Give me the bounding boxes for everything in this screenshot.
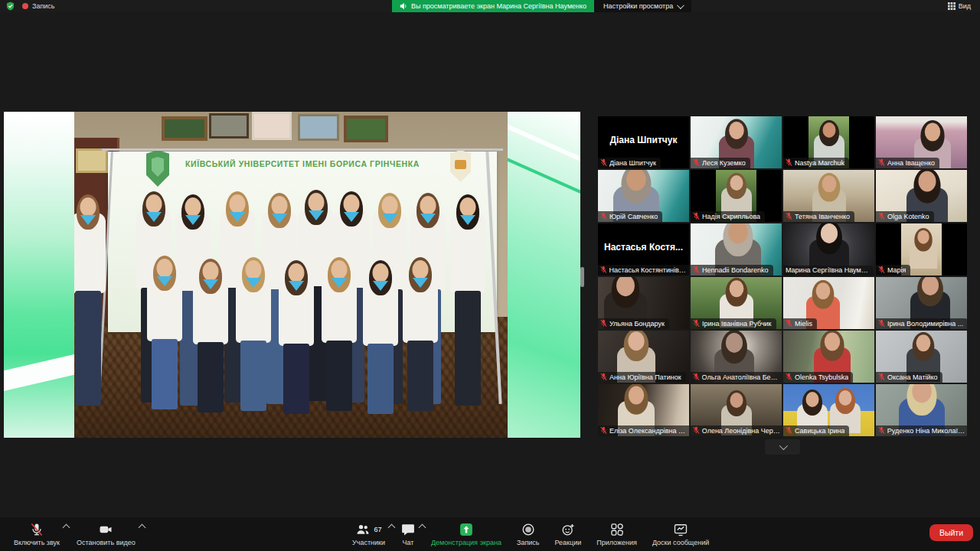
toolbar-item-mic-muted[interactable]: Включить звук: [8, 519, 66, 548]
recording-dot-icon: [22, 3, 28, 9]
toolbar-item-camera[interactable]: Остановить видео: [70, 519, 142, 548]
recording-label: Запись: [32, 2, 55, 10]
participant-tile[interactable]: Леся Куземко: [691, 116, 782, 168]
muted-mic-icon: [600, 212, 607, 220]
participant-tile[interactable]: Руденко Ніна Миколаїв...: [876, 384, 967, 436]
participant-tile[interactable]: Ольга Анатоліївна Бере...: [691, 331, 782, 383]
toolbar-item-participants[interactable]: 67Участники: [346, 519, 391, 548]
leave-button[interactable]: Выйти: [929, 524, 973, 541]
tile-display-name: Діана Шпитчук: [598, 135, 689, 145]
topbar-left: Запись: [6, 0, 55, 12]
toolbar-item-whiteboards[interactable]: Доски сообщений: [646, 519, 715, 548]
muted-mic-icon: [693, 212, 700, 220]
muted-mic-icon: [693, 266, 700, 274]
toolbar-item-label: Доски сообщений: [652, 539, 709, 546]
muted-mic-icon: [693, 158, 700, 167]
participant-tile[interactable]: Марина Сергіївна Наумен...: [783, 223, 874, 276]
tile-name-label: Olenka Tsybulska: [783, 372, 853, 383]
muted-mic-icon: [878, 266, 885, 274]
toolbar-item-chat[interactable]: Чат: [394, 519, 422, 548]
participant-tile[interactable]: Анна Юріївна Патинок: [598, 331, 689, 383]
muted-mic-icon: [878, 212, 885, 220]
participant-tile[interactable]: Марія: [876, 223, 967, 276]
muted-mic-icon: [693, 319, 700, 328]
speaker-icon: [400, 2, 407, 10]
tile-name-label: Марина Сергіївна Наумен...: [783, 266, 873, 276]
participant-tile[interactable]: Анна Іващенко: [876, 116, 967, 168]
muted-mic-icon: [693, 426, 700, 435]
mic-muted-icon: [29, 521, 44, 538]
participant-tile[interactable]: Оксана Матійко: [876, 331, 967, 383]
toolbar-item-reactions[interactable]: Реакции: [549, 519, 588, 548]
toolbar-item-apps[interactable]: Приложения: [590, 519, 643, 548]
muted-mic-icon: [878, 373, 885, 381]
participant-tile[interactable]: Савицька Ірина: [783, 384, 874, 436]
toolbar-item-label: Остановить видео: [77, 539, 136, 546]
tile-name-label: Тетяна Іванченко: [783, 211, 854, 222]
share-screen-icon: [459, 521, 474, 538]
muted-mic-icon: [600, 426, 607, 435]
participant-tile[interactable]: Nastya Marchuk: [783, 116, 874, 168]
toolbar-item-share-screen[interactable]: Демонстрация экрана: [425, 519, 508, 548]
topbar-center: Вы просматриваете экран Марина Сергіївна…: [392, 0, 691, 12]
chat-icon: [400, 521, 416, 538]
participant-tile[interactable]: Тетяна Іванченко: [783, 170, 874, 222]
slide-decoration-right: [508, 112, 580, 438]
tile-name-label: Hennadii Bondarenko: [691, 265, 773, 276]
tile-name-label: Анна Іващенко: [876, 158, 939, 168]
muted-mic-icon: [878, 158, 885, 167]
view-settings-button[interactable]: Настройки просмотра: [594, 0, 691, 12]
security-shield-icon[interactable]: [6, 2, 15, 11]
muted-mic-icon: [600, 373, 607, 381]
toolbar-left-group: Включить звукОстановить видео: [8, 519, 142, 548]
tile-name-label: Оксана Матійко: [876, 372, 942, 383]
tile-name-label: Ульяна Бондарук: [598, 318, 669, 329]
participant-tile[interactable]: Hennadii Bondarenko: [691, 223, 782, 276]
participant-tile[interactable]: Olga Kotenko: [876, 170, 967, 222]
tile-name-label: Ірина Володимирівна ...: [876, 318, 967, 329]
tile-name-label: Савицька Ірина: [783, 425, 849, 436]
toolbar-item-label: Включить звук: [14, 539, 60, 546]
muted-mic-icon: [786, 426, 792, 435]
view-button[interactable]: Вид: [943, 2, 975, 11]
muted-mic-icon: [878, 426, 885, 435]
chevron-down-icon: [677, 2, 684, 9]
scroll-down-button[interactable]: [765, 439, 800, 455]
toolbar-item-label: Реакции: [555, 539, 582, 546]
participant-tile[interactable]: Надія Скрипльова: [691, 170, 782, 222]
tile-name-label: Nastya Marchuk: [783, 158, 849, 168]
muted-mic-icon: [600, 319, 607, 328]
record-icon: [521, 521, 536, 538]
participant-tile[interactable]: Ірина Іванівна Рубчик: [691, 277, 782, 329]
chevron-up-icon[interactable]: [63, 524, 70, 532]
tile-display-name: Настасья Костя...: [598, 242, 689, 253]
participant-tile[interactable]: Настасья Костя...Настасья Костянтинівна.…: [598, 223, 689, 276]
participant-tile[interactable]: Mielis: [783, 277, 874, 329]
participant-tile[interactable]: Olenka Tsybulska: [783, 331, 874, 383]
participant-tile[interactable]: Ульяна Бондарук: [598, 277, 689, 329]
zoom-meeting-window: Запись Вы просматриваете экран Марина Се…: [0, 0, 980, 551]
toolbar-item-label: Демонстрация экрана: [431, 539, 501, 546]
muted-mic-icon: [786, 158, 792, 167]
participant-tile[interactable]: Юрій Савченко: [598, 170, 689, 222]
reactions-icon: [560, 521, 576, 538]
meeting-toolbar: Включить звукОстановить видео 67Участник…: [0, 517, 980, 551]
muted-mic-icon: [600, 266, 607, 274]
participant-tile[interactable]: Ірина Володимирівна ...: [876, 277, 967, 329]
toolbar-item-record[interactable]: Запись: [511, 519, 546, 548]
participant-tile[interactable]: Діана ШпитчукДіана Шпитчук: [598, 116, 689, 168]
chevron-up-icon[interactable]: [138, 524, 145, 532]
tile-name-label: Ольга Анатоліївна Бере...: [691, 372, 782, 383]
tile-name-label: Діана Шпитчук: [598, 158, 661, 168]
meeting-topbar: Запись Вы просматриваете экран Марина Се…: [0, 0, 980, 12]
tile-name-label: Олена Леонідівна Черн...: [691, 425, 782, 436]
participant-person: [911, 228, 936, 269]
muted-mic-icon: [786, 319, 792, 328]
whiteboards-icon: [673, 521, 688, 538]
panel-resize-handle[interactable]: [580, 267, 584, 287]
tile-name-label: Mielis: [783, 318, 817, 329]
participants-count-badge: 67: [374, 526, 381, 533]
participant-tile[interactable]: Олена Леонідівна Черн...: [691, 384, 782, 436]
muted-mic-icon: [786, 373, 792, 381]
participant-tile[interactable]: Еліза Олександрівна А...: [598, 384, 689, 436]
